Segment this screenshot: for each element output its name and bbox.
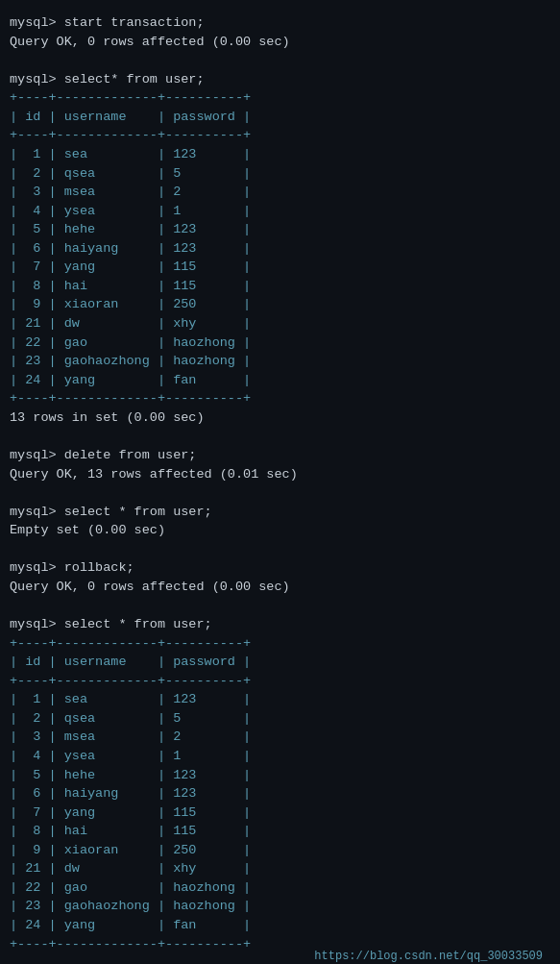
terminal-window: mysql> start transaction; Query OK, 0 ro… — [4, 8, 556, 964]
terminal-output: mysql> start transaction; Query OK, 0 ro… — [10, 13, 550, 953]
watermark: https://blog.csdn.net/qq_30033509 — [10, 950, 550, 963]
